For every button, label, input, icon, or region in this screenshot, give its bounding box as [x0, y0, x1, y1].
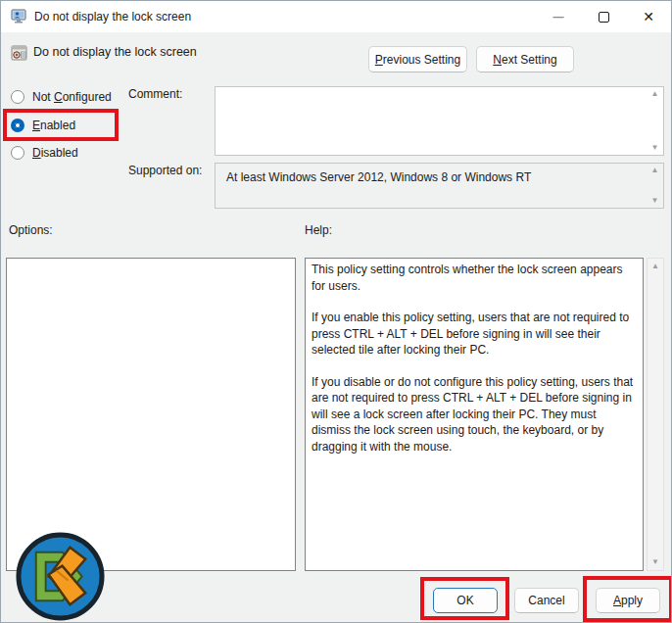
maximize-icon: [599, 12, 609, 23]
setting-name: Do not display the lock screen: [33, 45, 197, 59]
scroll-down-icon[interactable]: ▼: [651, 144, 659, 152]
maximize-button[interactable]: [581, 1, 626, 32]
help-paragraph: If you disable or do not configure this …: [312, 374, 637, 455]
radio-label-enabled: Enabled: [32, 119, 75, 132]
scroll-up-icon[interactable]: ▲: [651, 90, 659, 98]
ok-button[interactable]: OK: [433, 588, 498, 613]
scroll-down-icon[interactable]: ▼: [651, 197, 659, 205]
comment-textarea[interactable]: ▲ ▼: [215, 86, 664, 156]
radio-disabled[interactable]: Disabled: [11, 145, 78, 161]
comment-scrollbar[interactable]: ▲ ▼: [647, 87, 663, 155]
supported-on-value: At least Windows Server 2012, Windows 8 …: [226, 170, 531, 184]
title-bar: Do not display the lock screen — ✕: [1, 1, 671, 32]
close-button[interactable]: ✕: [626, 1, 671, 32]
comment-label: Comment:: [128, 87, 182, 101]
help-scrollbar[interactable]: ▲ ▼: [647, 258, 664, 571]
supported-on-scrollbar[interactable]: ▲ ▼: [647, 164, 663, 208]
radio-circle-enabled[interactable]: [11, 119, 24, 132]
radio-label-disabled: Disabled: [32, 146, 78, 160]
radio-circle-not-configured[interactable]: [11, 90, 24, 104]
supported-on-field: At least Windows Server 2012, Windows 8 …: [215, 163, 664, 209]
radio-not-configured[interactable]: Not Configured: [11, 89, 112, 105]
cancel-button[interactable]: Cancel: [514, 588, 579, 613]
group-policy-app-icon: [11, 9, 26, 24]
apply-button[interactable]: Apply: [596, 588, 660, 613]
options-panel: [6, 258, 296, 571]
window-title: Do not display the lock screen: [34, 10, 191, 24]
help-paragraph: This policy setting controls whether the…: [312, 262, 637, 294]
help-label: Help:: [305, 223, 332, 237]
supported-on-label: Supported on:: [128, 164, 202, 177]
scroll-down-icon[interactable]: ▼: [651, 558, 659, 566]
next-setting-button[interactable]: Next Setting: [476, 46, 574, 72]
help-paragraph: If you enable this policy setting, users…: [312, 310, 637, 359]
watermark-logo: [14, 530, 107, 623]
help-text-area[interactable]: This policy setting controls whether the…: [305, 258, 644, 571]
scroll-up-icon[interactable]: ▲: [651, 263, 659, 270]
options-label: Options:: [9, 223, 53, 237]
scroll-up-icon[interactable]: ▲: [651, 167, 659, 174]
radio-circle-disabled[interactable]: [11, 146, 24, 160]
radio-label-not-configured: Not Configured: [32, 90, 112, 104]
policy-setting-icon: [11, 45, 27, 62]
radio-enabled[interactable]: Enabled: [11, 118, 75, 133]
previous-setting-button[interactable]: Previous Setting: [368, 46, 467, 72]
minimize-button[interactable]: —: [536, 1, 581, 32]
policy-setting-dialog: Do not display the lock screen — ✕ Do no…: [0, 0, 672, 623]
